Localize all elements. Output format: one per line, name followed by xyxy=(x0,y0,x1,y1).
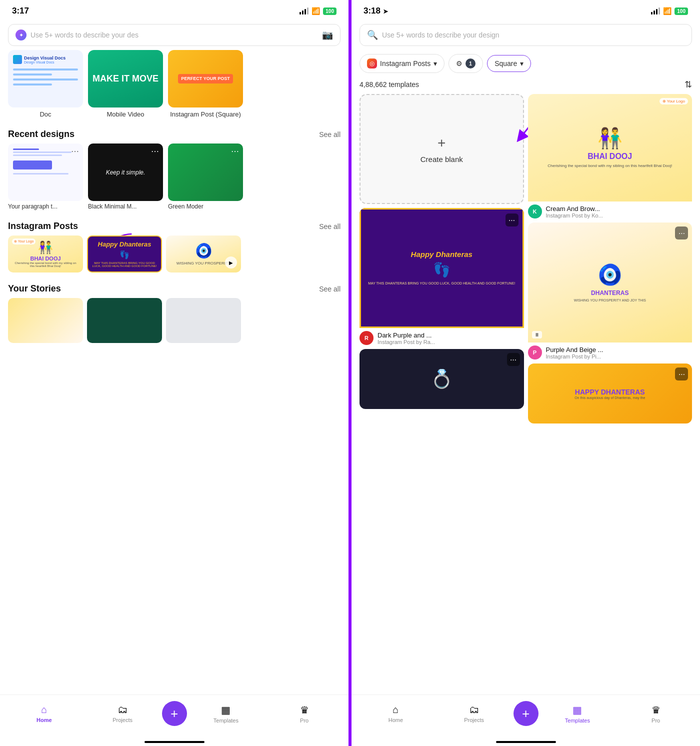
your-stories-header: Your Stories See all xyxy=(0,276,348,298)
signal-icon xyxy=(300,8,308,14)
filter-count-chip[interactable]: ⚙ 1 xyxy=(448,54,483,73)
dhanteras-avatar: R xyxy=(360,331,374,345)
dark-ring-template[interactable]: ⋯ 💍 xyxy=(360,349,524,409)
bhai-dooj-figures: 👫 xyxy=(38,240,53,254)
add-icon-right: + xyxy=(522,706,530,722)
create-blank-label: Create blank xyxy=(420,155,463,164)
nav-home-right[interactable]: ⌂ Home xyxy=(356,704,435,723)
make-it-move-text: MAKE IT MOVE xyxy=(92,74,158,84)
projects-label: Projects xyxy=(112,717,132,723)
design-type-mobile-video[interactable]: MAKE IT MOVE Mobile Video xyxy=(88,50,163,118)
dhanteras-meta-sub: Instagram Post by Ra... xyxy=(378,339,435,345)
platform-filter[interactable]: ◎ Instagram Posts ▾ xyxy=(360,54,444,73)
search-placeholder-left: Use 5+ words to describe your des xyxy=(30,31,318,39)
create-blank-plus-icon: + xyxy=(438,135,446,151)
add-button-left[interactable]: + xyxy=(162,701,187,726)
home-icon-right: ⌂ xyxy=(392,704,398,716)
shape-filter-label: Square xyxy=(494,60,517,68)
time-right: 3:18 ➤ xyxy=(364,6,388,16)
p-line-accent xyxy=(13,148,39,150)
nav-pro-right[interactable]: ♛ Pro xyxy=(616,704,695,724)
story-card-1[interactable] xyxy=(8,298,83,343)
recent-designs-title: Recent designs xyxy=(8,129,74,140)
happy-dhan-sub: On this auspicious day of Dhanteras, may… xyxy=(574,396,645,400)
your-logo-top: ⊕ Your Logo xyxy=(660,98,688,104)
raksha-card[interactable]: 🧿 WISHING YOU PROSPERITY ▶ xyxy=(166,236,241,272)
sort-icon[interactable]: ⇅ xyxy=(684,79,692,90)
recent-card-paragraph[interactable]: ⋯ Your paragraph t... xyxy=(8,144,83,210)
projects-icon: 🗂 xyxy=(118,704,128,716)
nav-pro-left[interactable]: ♛ Pro xyxy=(265,704,344,724)
nav-home-left[interactable]: ⌂ Home xyxy=(5,704,84,723)
camera-icon[interactable]: 📷 xyxy=(322,30,333,40)
pro-icon-left: ♛ xyxy=(300,704,309,716)
scroll-indicator-left xyxy=(0,738,348,746)
nav-projects-left[interactable]: 🗂 Projects xyxy=(84,704,162,723)
dots-menu-3[interactable]: ⋯ xyxy=(231,148,239,156)
your-stories-see-all[interactable]: See all xyxy=(319,285,340,293)
p-line-3 xyxy=(13,173,68,174)
stories-grid xyxy=(0,298,348,343)
dhanteras-large-sub: MAY THIS DHANTERAS BRING YOU GOOD LUCK, … xyxy=(368,281,515,286)
battery-badge-right: 100 xyxy=(674,8,688,15)
dots-menu-2[interactable]: ⋯ xyxy=(151,148,159,156)
bhai-dooj-large-bg: ⊕ Your Logo 👫 BHAI DOOJ Cherishing the s… xyxy=(528,94,692,202)
filter-row: ◎ Instagram Posts ▾ ⚙ 1 Square ▾ xyxy=(352,50,700,77)
search-bar-right[interactable]: 🔍 Use 5+ words to describe your design xyxy=(360,24,692,46)
status-bar-right: 3:18 ➤ 📶 100 xyxy=(352,0,700,20)
pause-button[interactable]: ⏸ xyxy=(532,331,542,338)
status-icons-right: 📶 100 xyxy=(651,7,688,15)
raksha-template-card[interactable]: ⋯ 🧿 DHANTERAS WISHING YOU PROSPERITY AND… xyxy=(528,222,692,360)
raksha-dots-btn[interactable]: ⋯ xyxy=(675,226,688,240)
dhanteras-card[interactable]: Happy Dhanteras 👣 MAY THIS DHANTERAS BRI… xyxy=(87,236,162,272)
perfect-post-text: PERFECT YOUR POST xyxy=(178,74,232,84)
nav-projects-right[interactable]: 🗂 Projects xyxy=(435,704,514,723)
projects-icon-right: 🗂 xyxy=(469,704,479,716)
raksha-figure: 🧿 xyxy=(195,242,212,259)
dhanteras-dots-btn[interactable]: ⋯ xyxy=(506,214,518,226)
bhai-dooj-large-subtitle: Cherishing the special bond with my sibl… xyxy=(548,163,672,168)
templates-label-right: Templates xyxy=(565,718,590,724)
recent-name-3: Green Moder xyxy=(168,203,243,210)
happy-dhan-dots[interactable]: ⋯ xyxy=(675,368,688,380)
add-button-right[interactable]: + xyxy=(514,701,538,726)
shape-filter[interactable]: Square ▾ xyxy=(487,55,531,72)
instagram-posts-see-all[interactable]: See all xyxy=(319,222,340,230)
dark-ring-dots[interactable]: ⋯ xyxy=(507,353,520,366)
create-blank-card[interactable]: + Create blank xyxy=(360,94,524,204)
ring-graphic: 💍 xyxy=(430,368,453,390)
design-type-doc[interactable]: Design Visual Docs Design Visual Docs Do… xyxy=(8,50,83,118)
recent-card-green[interactable]: ⋯ Green Moder xyxy=(168,144,243,210)
dhanteras-large-icon: 👣 xyxy=(433,262,450,278)
doc-line-2 xyxy=(13,74,52,76)
story-card-2[interactable] xyxy=(87,298,162,343)
bhai-dooj-large-figure: 👫 xyxy=(598,126,622,150)
story-card-3[interactable] xyxy=(166,298,241,343)
bhai-dooj-template-card[interactable]: ⊕ Your Logo 👫 BHAI DOOJ Cherishing the s… xyxy=(528,94,692,218)
search-bar-left[interactable]: ✦ Use 5+ words to describe your des 📷 xyxy=(8,24,340,46)
doc-icon xyxy=(13,55,22,64)
paragraph-thumb: ⋯ xyxy=(8,144,83,201)
scroll-indicator-right xyxy=(352,738,700,746)
home-label-right: Home xyxy=(388,717,403,723)
play-button[interactable]: ▶ xyxy=(225,256,237,268)
nav-templates-right[interactable]: ▦ Templates xyxy=(538,704,617,724)
template-grid: + Create blank ⋯ xyxy=(352,94,700,694)
dhanteras-template-card[interactable]: ⋯ Happy Dhanteras 👣 MAY THIS DHANTERAS B… xyxy=(360,208,524,345)
happy-dhan-template[interactable]: ⋯ HAPPY DHANTERAS On this auspicious day… xyxy=(528,364,692,424)
signal-icon-right xyxy=(651,8,660,14)
filter-count-badge: 1 xyxy=(466,58,476,68)
bhai-dooj-card[interactable]: ⊕ Your Logo 👫 BHAI DOOJ Cherishing the s… xyxy=(8,236,83,272)
doc-line-4 xyxy=(13,84,52,86)
dots-menu-1[interactable]: ⋯ xyxy=(71,148,79,156)
pro-label-left: Pro xyxy=(300,718,308,724)
instagram-thumbnail: PERFECT YOUR POST xyxy=(168,50,243,108)
your-stories-title: Your Stories xyxy=(8,284,61,294)
design-type-instagram[interactable]: PERFECT YOUR POST Instagram Post (Square… xyxy=(168,50,243,118)
recent-designs-see-all[interactable]: See all xyxy=(319,130,340,138)
scroll-bar-left xyxy=(144,741,204,743)
raksha-avatar: P xyxy=(528,346,542,360)
nav-templates-left[interactable]: ▦ Templates xyxy=(187,704,266,724)
status-bar-left: 3:17 📶 100 xyxy=(0,0,348,20)
recent-card-minimal[interactable]: ⋯ Keep it simple. Black Minimal M... xyxy=(88,144,163,210)
